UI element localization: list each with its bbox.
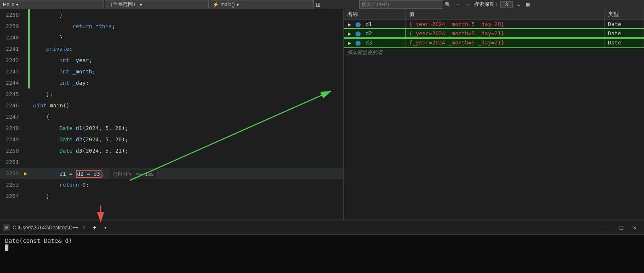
watch-table: 名称 值 类型 ▶ d1 {_year=2024 _month=5 _day=2…: [344, 9, 644, 47]
top-toolbar: Hello ▾ （全局范围） ▾ ⚡ main() ▾ ⊞ 🔍 ← → 搜索深度…: [0, 0, 644, 9]
current-line-arrow-icon: ▶: [23, 170, 28, 177]
watch-name-d3: ▶ d3: [344, 38, 405, 47]
watch-row-d3: ▶ d3 {_year=2024 _month=5 _day=21} Date: [344, 38, 644, 47]
line-num-2248: 2248: [0, 125, 23, 131]
scope-arrow-icon: ▾: [140, 2, 142, 8]
watch-name-d2: ▶ d2: [344, 29, 405, 38]
nav-back-button[interactable]: ←: [454, 1, 462, 8]
code-content-2248: Date d1(2024, 5, 28);: [30, 125, 128, 131]
nav-fwd-button[interactable]: →: [463, 1, 472, 8]
line-num-2247: 2247: [0, 114, 23, 120]
obj-icon-d1: [356, 22, 361, 27]
terminal-window-buttons: ─ □ ×: [602, 222, 641, 234]
add-watch-item[interactable]: 添加要监视的项: [344, 47, 644, 58]
terminal-header: ⊞ C:\Users\25140\Desktop\C++ × + ▾ ─ □ ×: [0, 221, 644, 235]
obj-icon-d3: [356, 41, 361, 46]
toolbar-icon-1[interactable]: ≡: [514, 0, 523, 9]
toolbar-icons: ≡ ▦: [513, 0, 534, 9]
line-num-2251: 2251: [0, 159, 23, 165]
code-content-2251: [30, 159, 36, 165]
code-line-2251: 2251: [0, 156, 343, 168]
line-num-2238: 2238: [0, 12, 23, 18]
code-line-2245: 2245 };: [0, 88, 343, 100]
expand-d2-button[interactable]: ▶: [347, 31, 352, 36]
terminal-output: Date(const Date& d): [5, 237, 72, 244]
pin-button[interactable]: ⊞: [314, 0, 323, 9]
code-content-2242: int _year;: [30, 57, 92, 63]
terminal-tab-icon: ⊞: [3, 224, 10, 231]
code-content-2253: return 0;: [30, 182, 89, 188]
main-container: 2238 } 2239 return *this; 2240 }: [0, 9, 644, 219]
code-line-2248: 2248 Date d1(2024, 5, 28);: [0, 122, 343, 134]
watch-row-d2: ▶ d2 {_year=2024 _month=5 _day=21} Date: [344, 29, 644, 38]
code-content-2246: ⊟int main(): [30, 102, 70, 109]
code-line-2243: 2243 int _month;: [0, 66, 343, 77]
terminal-add-button[interactable]: +: [90, 223, 99, 232]
terminal-body: Date(const Date& d): [0, 235, 644, 273]
func-label: main(): [221, 2, 235, 8]
code-content-2247: {: [30, 114, 49, 120]
search-input[interactable]: [359, 0, 443, 9]
line-num-2245: 2245: [0, 91, 23, 97]
watch-label-d2: d2: [366, 30, 372, 36]
col-name-header: 名称: [344, 9, 405, 20]
watch-name-d1: ▶ d1: [344, 20, 405, 29]
terminal-panel: ⊞ C:\Users\25140\Desktop\C++ × + ▾ ─ □ ×…: [0, 219, 644, 273]
watch-table-header: 名称 值 类型: [344, 9, 644, 20]
terminal-title: C:\Users\25140\Desktop\C++: [13, 225, 78, 231]
line-num-2243: 2243: [0, 68, 23, 75]
hello-dropdown[interactable]: Hello ▾: [0, 0, 104, 9]
code-line-2240: 2240 }: [0, 32, 343, 43]
terminal-dropdown-button[interactable]: ▾: [102, 223, 109, 232]
func-dropdown[interactable]: ⚡ main() ▾: [210, 0, 314, 9]
line-num-2253: 2253: [0, 182, 23, 188]
line-num-2240: 2240: [0, 34, 23, 41]
code-content-2252: d1 = d2 = d3;已用时间 <= 1ms: [30, 169, 158, 178]
line-num-2242: 2242: [0, 57, 23, 63]
search-button[interactable]: 🔍: [443, 0, 452, 9]
func-arrow-icon: ▾: [236, 2, 239, 8]
code-content-2240: }: [30, 34, 62, 41]
obj-icon-d2: [356, 31, 361, 36]
depth-label: 搜索深度：: [473, 1, 500, 8]
code-line-2253: 2253 return 0;: [0, 179, 343, 190]
code-content-2244: int _day;: [30, 80, 89, 86]
terminal-close-tab-button[interactable]: ×: [81, 224, 88, 231]
watch-panel: 名称 值 类型 ▶ d1 {_year=2024 _month=5 _day=2…: [344, 9, 644, 219]
code-content-2249: Date d2(2024, 5, 20);: [30, 136, 128, 143]
hello-label: Hello: [3, 2, 14, 8]
terminal-maximize-button[interactable]: □: [615, 222, 627, 234]
terminal-minimize-button[interactable]: ─: [602, 222, 614, 234]
watch-type-d3: Date: [605, 38, 644, 47]
code-content-2238: }: [30, 12, 62, 18]
watch-label-d1: d1: [366, 21, 372, 27]
watch-type-d2: Date: [605, 29, 644, 38]
terminal-icon: ⊞: [5, 225, 8, 230]
scope-label: （全局范围）: [108, 1, 138, 8]
terminal-close-window-button[interactable]: ×: [629, 222, 641, 234]
col-type-header: 类型: [605, 9, 644, 20]
watch-row-d1: ▶ d1 {_year=2024 _month=5 _day=28} Date: [344, 20, 644, 29]
code-content-2241: private:: [30, 46, 73, 52]
code-line-2247: 2247 {: [0, 111, 343, 122]
code-line-2246: 2246 ⊟int main(): [0, 100, 343, 111]
code-lines: 2238 } 2239 return *this; 2240 }: [0, 9, 343, 202]
code-content-2243: int _month;: [30, 68, 96, 75]
search-area: 🔍 ← → 搜索深度： ≡ ▦: [359, 0, 644, 9]
code-line-2242: 2242 int _year;: [0, 55, 343, 66]
line-num-2250: 2250: [0, 148, 23, 154]
scope-dropdown[interactable]: （全局范围） ▾: [105, 0, 209, 9]
watch-type-d1: Date: [605, 20, 644, 29]
expand-d1-button[interactable]: ▶: [347, 22, 352, 27]
line-num-2249: 2249: [0, 136, 23, 143]
code-line-2238: 2238 }: [0, 9, 343, 21]
line-num-2244: 2244: [0, 80, 23, 86]
func-prefix-icon: ⚡: [213, 2, 219, 8]
depth-input[interactable]: [500, 1, 513, 8]
expand-d3-button[interactable]: ▶: [347, 41, 352, 45]
toolbar-icon-2[interactable]: ▦: [524, 0, 532, 9]
hello-arrow-icon: ▾: [16, 2, 18, 8]
watch-value-d3: {_year=2024 _month=5 _day=21}: [405, 38, 604, 47]
line-num-2252: 2252: [0, 170, 23, 177]
code-line-2239: 2239 return *this;: [0, 21, 343, 32]
